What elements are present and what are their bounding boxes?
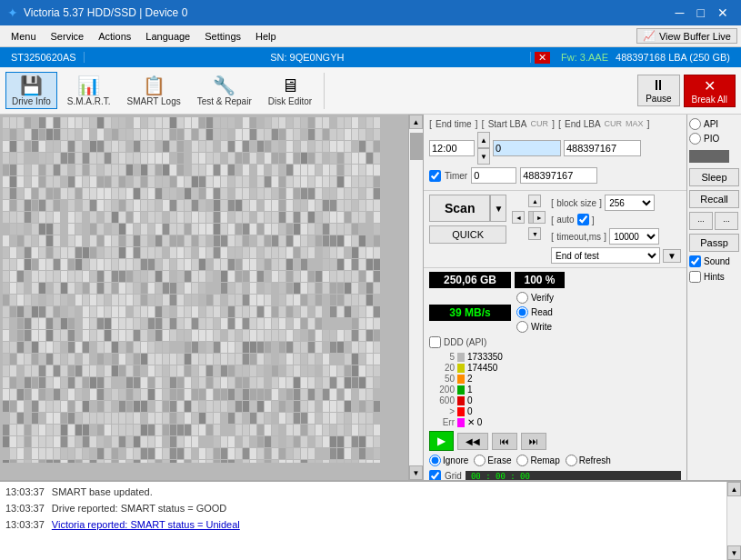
block-size-row: [ block size ] 2565121024	[551, 195, 681, 211]
play-button[interactable]: ▶	[429, 431, 454, 451]
hints-checkbox[interactable]	[689, 271, 701, 283]
log-content: 13:03:37SMART base updated.13:03:37Drive…	[0, 482, 726, 560]
erase-radio[interactable]	[474, 455, 486, 466]
nav-right-button[interactable]: ►	[533, 211, 546, 224]
grid-checkbox[interactable]	[429, 470, 441, 480]
menu-language[interactable]: Language	[138, 29, 197, 44]
sector-stat-row: Err✕ 0	[429, 417, 681, 427]
log-section: 13:03:37SMART base updated.13:03:37Drive…	[0, 480, 741, 560]
pio-option[interactable]: PIO	[689, 133, 739, 145]
pause-icon: ⏸	[651, 77, 666, 94]
api-pio-group: API PIO	[689, 118, 739, 145]
maximize-button[interactable]: □	[692, 4, 710, 22]
log-entry: 13:03:37Victoria reported: SMART status …	[5, 516, 721, 533]
break-all-button[interactable]: ✕ Break All	[684, 75, 736, 107]
menu-help[interactable]: Help	[248, 29, 284, 44]
remap-radio[interactable]	[516, 455, 528, 466]
log-scroll-down-button[interactable]: ▼	[727, 545, 741, 560]
refresh-option[interactable]: Refresh	[566, 455, 611, 466]
read-option[interactable]: Read	[516, 306, 554, 318]
controls-column: [ End time ] [ Start LBA CUR ] [ End LBA…	[423, 115, 686, 480]
sound-checkbox[interactable]	[689, 255, 701, 267]
smart-logs-button[interactable]: 📋 SMART Logs	[121, 72, 187, 109]
speed-display: 39 MB/s	[429, 305, 511, 321]
ignore-radio[interactable]	[429, 455, 441, 466]
verify-option[interactable]: Verify	[516, 292, 554, 304]
end-lba-input[interactable]	[564, 140, 641, 156]
recall-button[interactable]: Recall	[689, 190, 739, 208]
scan-button[interactable]: Scan	[429, 195, 490, 222]
scroll-thumb[interactable]	[410, 133, 423, 160]
log-message: Drive reported: SMART status = GOOD	[52, 500, 226, 516]
smart-button[interactable]: 📊 S.M.A.R.T.	[61, 72, 117, 109]
timer-checkbox[interactable]	[429, 170, 441, 182]
pio-radio[interactable]	[689, 133, 701, 145]
row-3: Timer	[429, 167, 681, 184]
grid-display: 00 : 00 : 00	[466, 471, 681, 481]
ignore-option[interactable]: Ignore	[429, 455, 468, 466]
nav-left-button[interactable]: ◄	[512, 211, 525, 224]
small-btn-1[interactable]: ···	[689, 212, 713, 230]
auto-checkbox[interactable]	[577, 214, 589, 225]
api-option[interactable]: API	[689, 118, 739, 130]
timer-input[interactable]	[471, 167, 516, 184]
erase-option[interactable]: Erase	[474, 455, 511, 466]
end-lba2-input[interactable]	[520, 167, 597, 184]
title-bar: ✦ Victoria 5.37 HDD/SSD | Device 0 ─ □ ✕	[0, 0, 741, 25]
nav-down-button[interactable]: ▼	[528, 227, 541, 240]
map-scrollbar: ▲ ▼	[408, 115, 423, 480]
api-radio[interactable]	[689, 118, 701, 130]
drive-info-button[interactable]: 💾 Drive Info	[5, 72, 57, 109]
ddd-checkbox[interactable]	[429, 336, 441, 348]
menu-settings[interactable]: Settings	[197, 29, 248, 44]
drive-close-button[interactable]: ✕	[535, 52, 550, 64]
view-buffer-button[interactable]: 📈 View Buffer Live	[636, 28, 737, 44]
end-time-input[interactable]	[429, 140, 475, 156]
scan-button-area: Scan ▼ QUICK	[429, 195, 506, 244]
skip-back-button[interactable]: ⏮	[492, 433, 517, 450]
sector-stat-row: >0	[429, 406, 681, 416]
pause-button[interactable]: ⏸ Pause	[637, 75, 679, 106]
disk-editor-button[interactable]: 🖥 Disk Editor	[262, 72, 318, 109]
end-test-select[interactable]: End of test Stop after errors Loop	[551, 247, 660, 264]
sound-option[interactable]: Sound	[689, 255, 739, 267]
block-size-select[interactable]: 2565121024	[605, 195, 655, 211]
time-up-button[interactable]: ▲	[477, 132, 490, 148]
skip-fwd-button[interactable]: ⏭	[521, 433, 546, 450]
log-scroll-up-button[interactable]: ▲	[727, 482, 741, 496]
minimize-button[interactable]: ─	[670, 4, 690, 22]
write-radio[interactable]	[516, 321, 528, 333]
timeout-select[interactable]: 10000500020000	[609, 228, 659, 245]
write-option[interactable]: Write	[516, 321, 554, 333]
close-button[interactable]: ✕	[712, 4, 734, 22]
verify-radio[interactable]	[516, 292, 528, 304]
log-message[interactable]: Victoria reported: SMART status = Unidea…	[52, 516, 240, 533]
scroll-up-button[interactable]: ▲	[409, 115, 423, 129]
timeout-row: [ timeout,ms ] 10000500020000	[551, 228, 681, 245]
scroll-down-button[interactable]: ▼	[409, 465, 423, 480]
sector-color-indicator	[457, 418, 465, 427]
remap-option[interactable]: Remap	[516, 455, 559, 466]
passp-button[interactable]: Passp	[689, 234, 739, 252]
test-repair-button[interactable]: 🔧 Test & Repair	[191, 72, 258, 109]
small-btn-2[interactable]: ···	[715, 212, 738, 230]
end-test-dropdown-button[interactable]: ▼	[663, 249, 681, 263]
hints-option[interactable]: Hints	[689, 271, 739, 283]
read-radio[interactable]	[516, 306, 528, 318]
block-auto-row: [ auto ]	[551, 214, 681, 225]
sleep-button[interactable]: Sleep	[689, 168, 739, 186]
log-timestamp: 13:03:37	[5, 500, 45, 516]
log-message: SMART base updated.	[52, 484, 153, 500]
refresh-radio[interactable]	[566, 455, 577, 466]
rewind-button[interactable]: ◀◀	[457, 433, 488, 450]
nav-up-button[interactable]: ▲	[528, 195, 541, 207]
scan-dropdown-button[interactable]: ▼	[490, 195, 506, 222]
block-timeout-area: [ block size ] 2565121024 [ auto	[551, 195, 681, 264]
time-down-button[interactable]: ▼	[477, 148, 490, 165]
menu-menu[interactable]: Menu	[4, 29, 44, 44]
menu-actions[interactable]: Actions	[91, 29, 138, 44]
quick-button[interactable]: QUICK	[429, 225, 506, 244]
log-entry: 13:03:37SMART base updated.	[5, 484, 721, 500]
start-lba-input[interactable]	[493, 140, 561, 156]
menu-service[interactable]: Service	[44, 29, 92, 44]
